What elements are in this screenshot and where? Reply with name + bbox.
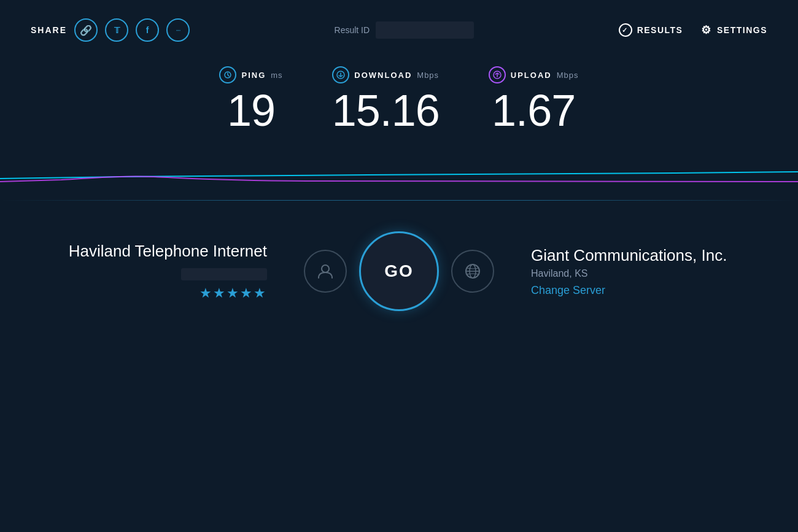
results-nav-item[interactable]: ✓ RESULTS xyxy=(619,23,683,37)
result-id-value xyxy=(376,21,474,39)
more-icon: ··· xyxy=(176,26,180,34)
share-label: SHARE xyxy=(31,25,67,35)
svg-point-2 xyxy=(322,265,329,272)
upload-header: UPLOAD Mbps xyxy=(489,66,579,83)
settings-gear-icon: ⚙ xyxy=(701,23,712,37)
share-facebook-button[interactable]: f xyxy=(136,18,159,42)
twitter-icon: 𝕋 xyxy=(114,26,120,35)
server-name: Giant Communications, Inc. xyxy=(531,245,749,266)
user-icon xyxy=(316,262,335,280)
share-section: SHARE 🔗 𝕋 f ··· xyxy=(31,18,190,42)
settings-label: SETTINGS xyxy=(717,25,767,35)
server-info: Giant Communications, Inc. Haviland, KS … xyxy=(531,245,749,298)
share-twitter-button[interactable]: 𝕋 xyxy=(105,18,128,42)
go-button[interactable]: GO xyxy=(359,231,439,311)
ping-stat: PING ms 19 xyxy=(219,66,282,133)
link-icon: 🔗 xyxy=(80,25,92,36)
upload-value: 1.67 xyxy=(492,88,575,133)
change-server-link[interactable]: Change Server xyxy=(531,284,605,297)
speed-chart xyxy=(0,145,798,194)
share-link-button[interactable]: 🔗 xyxy=(74,18,98,42)
ping-unit: ms xyxy=(271,71,282,80)
ping-icon xyxy=(219,66,236,83)
download-unit: Mbps xyxy=(417,71,439,80)
upload-stat: UPLOAD Mbps 1.67 xyxy=(489,66,579,133)
chart-divider xyxy=(0,200,798,201)
server-location: Haviland, KS xyxy=(531,268,749,279)
download-header: DOWNLOAD Mbps xyxy=(332,66,439,83)
nav-section: ✓ RESULTS ⚙ SETTINGS xyxy=(619,23,767,37)
download-icon xyxy=(332,66,349,83)
header-bar: SHARE 🔗 𝕋 f ··· Result ID ✓ RESULTS ⚙ SE… xyxy=(0,0,798,54)
ping-header: PING ms xyxy=(219,66,282,83)
isp-id-bar xyxy=(181,268,267,280)
go-label: GO xyxy=(384,261,414,281)
globe-icon xyxy=(464,263,481,280)
center-controls: GO xyxy=(304,231,494,311)
ping-label: PING xyxy=(241,71,266,80)
ping-value: 19 xyxy=(227,88,275,133)
isp-stars: ★★★★★ xyxy=(49,285,267,301)
stats-section: PING ms 19 DOWNLOAD Mbps 15.16 xyxy=(0,54,798,139)
upload-label: UPLOAD xyxy=(511,71,552,80)
download-value: 15.16 xyxy=(332,88,440,133)
settings-nav-item[interactable]: ⚙ SETTINGS xyxy=(701,23,767,37)
share-more-button[interactable]: ··· xyxy=(166,18,190,42)
upload-unit: Mbps xyxy=(557,71,579,80)
facebook-icon: f xyxy=(146,25,149,35)
user-button[interactable] xyxy=(304,250,347,293)
isp-info: Haviland Telephone Internet ★★★★★ xyxy=(49,241,267,301)
globe-button[interactable] xyxy=(451,250,494,293)
result-id-label: Result ID xyxy=(335,25,370,35)
isp-name: Haviland Telephone Internet xyxy=(49,241,267,262)
download-stat: DOWNLOAD Mbps 15.16 xyxy=(332,66,440,133)
download-label: DOWNLOAD xyxy=(354,71,412,80)
bottom-section: Haviland Telephone Internet ★★★★★ GO Gia xyxy=(0,201,798,342)
result-id-section: Result ID xyxy=(335,21,475,39)
results-check-icon: ✓ xyxy=(619,23,632,37)
upload-icon xyxy=(489,66,506,83)
results-label: RESULTS xyxy=(637,25,683,35)
